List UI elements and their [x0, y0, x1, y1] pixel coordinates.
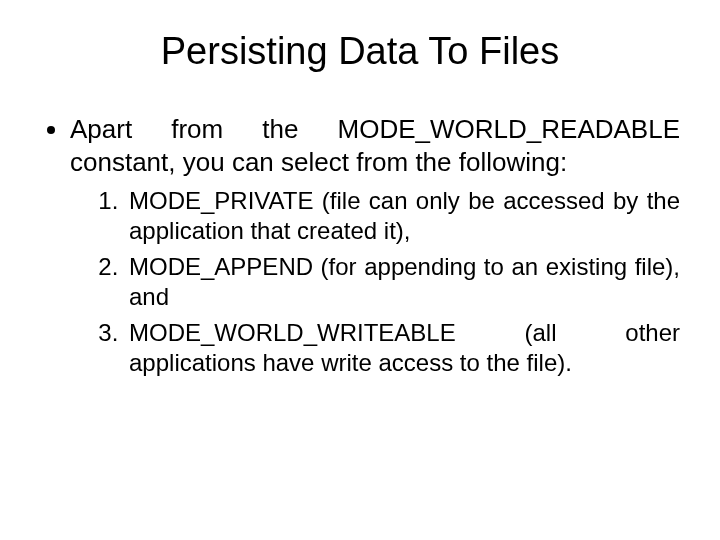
slide: Persisting Data To Files Apart from the … — [0, 0, 720, 410]
list-item: MODE_WORLD_WRITEABLE (all other applicat… — [125, 318, 680, 378]
bullet-list: Apart from the MODE_WORLD_READABLE const… — [40, 113, 680, 378]
bullet-text: Apart from the MODE_WORLD_READABLE const… — [70, 114, 680, 177]
list-item: MODE_APPEND (for appending to an existin… — [125, 252, 680, 312]
slide-title: Persisting Data To Files — [40, 30, 680, 73]
bullet-item: Apart from the MODE_WORLD_READABLE const… — [70, 113, 680, 378]
slide-body: Apart from the MODE_WORLD_READABLE const… — [40, 113, 680, 378]
numbered-list: MODE_PRIVATE (file can only be accessed … — [70, 186, 680, 378]
list-item: MODE_PRIVATE (file can only be accessed … — [125, 186, 680, 246]
